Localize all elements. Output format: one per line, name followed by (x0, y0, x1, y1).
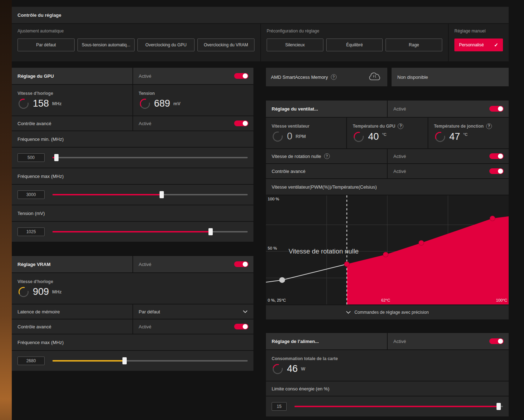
smart-access-memory-row: AMD SmartAccess Memory ? Non disponible (266, 68, 509, 86)
vram-freq-max-slider-handle[interactable] (122, 357, 127, 364)
gpu-temp-gauge-icon (353, 131, 365, 143)
manual-custom-button[interactable]: Personnalisé ✓ (454, 39, 503, 51)
fan-advanced-toggle[interactable] (489, 168, 504, 174)
gpu-temp-value: 40 (368, 131, 379, 142)
gpu-panel-title: Réglage du GPU (12, 73, 54, 79)
gpu-enabled-label: Activé (133, 73, 151, 79)
vram-enabled-toggle[interactable] (234, 261, 248, 267)
smart-access-memory-label: AMD SmartAccess Memory (271, 75, 328, 80)
power-panel-title: Réglage de l’alimen... (266, 339, 319, 344)
junction-temp-unit: °C (463, 132, 468, 137)
gpu-tuning-panel: Réglage du GPU Activé Vitesse d’horloge (12, 68, 253, 242)
gpu-voltage-slider-label-cell: Tension (mV) (12, 205, 253, 221)
tuning-control-panel: Contrôle du réglage Ajustement automatiq… (12, 7, 509, 61)
gpu-clock-gauge-icon (17, 98, 30, 110)
power-limit-slider-fill (294, 406, 499, 407)
help-icon[interactable]: ? (398, 123, 403, 129)
auto-tune-default-button[interactable]: Par défaut (17, 39, 75, 51)
gpu-freq-min-slider[interactable] (52, 157, 248, 158)
gpu-freq-min-slider-handle[interactable] (54, 154, 59, 161)
gpu-freq-min-input[interactable] (17, 153, 45, 162)
fan-panel-header: Réglage du ventilat... (266, 101, 387, 117)
preset-balanced-button[interactable]: Équilibré (326, 39, 383, 51)
gpu-advanced-toggle[interactable] (234, 121, 248, 126)
zero-rpm-toggle[interactable] (489, 153, 504, 159)
power-limit-input[interactable] (272, 402, 287, 411)
power-enabled-label: Activé (388, 339, 406, 344)
board-power-stat: Consommation totale de la carte 46 W (266, 350, 509, 381)
fine-tuning-expander[interactable]: Commandes de réglage avec précision (266, 305, 509, 319)
vram-advanced-toggle[interactable] (234, 324, 248, 329)
junction-temp-gauge-icon (434, 131, 446, 143)
gpu-freq-max-slider[interactable] (52, 194, 248, 195)
fan-curve-chart: Vitesse de rotation nulle100 %50 %0 %, 2… (266, 195, 509, 304)
gpu-freq-min-slider-row (12, 148, 253, 168)
chevron-down-icon (243, 310, 248, 313)
help-icon[interactable]: ? (331, 74, 337, 80)
vram-freq-max-slider-fill (52, 360, 125, 362)
vram-freq-max-label: Fréquence max (MHz) (12, 340, 64, 345)
board-power-gauge-icon (272, 363, 284, 375)
vram-tuning-panel: Réglage VRAM Activé Vitesse d’horloge (12, 256, 253, 371)
fan-advanced-label-cell: Contrôle avancé (266, 164, 387, 178)
fan-enabled-cell: Activé (388, 101, 509, 117)
gpu-voltage-input[interactable] (17, 227, 45, 236)
auto-overclock-gpu-button[interactable]: Overclocking du GPU (137, 39, 195, 51)
board-power-value: 46 (287, 363, 298, 374)
vram-advanced-state-cell: Activé (133, 319, 254, 334)
vram-freq-max-slider-row (12, 351, 253, 371)
vram-latency-value: Par défaut (133, 309, 160, 314)
gpu-advanced-state: Activé (133, 121, 151, 126)
svg-text:100 %: 100 % (268, 197, 279, 201)
gpu-enabled-cell: Activé (133, 68, 254, 84)
fan-enabled-toggle[interactable] (489, 106, 504, 112)
gpu-freq-max-slider-handle[interactable] (160, 191, 164, 198)
fan-curve-editor[interactable]: Vitesse de rotation nulle100 %50 %0 %, 2… (266, 195, 509, 304)
vram-freq-max-slider[interactable] (52, 360, 248, 362)
gpu-freq-max-slider-row (12, 185, 253, 205)
vram-latency-dropdown[interactable]: Par défaut (133, 304, 254, 319)
vram-latency-label: Latence de mémoire (12, 309, 60, 314)
vram-freq-max-input[interactable] (17, 357, 45, 365)
svg-text:0 %, 25°C: 0 %, 25°C (268, 298, 286, 302)
svg-text:100°C: 100°C (496, 298, 507, 302)
svg-text:50 %: 50 % (268, 246, 277, 250)
fan-panel-title: Réglage du ventilat... (266, 106, 318, 112)
gpu-clock-value: 158 (33, 98, 49, 109)
fan-advanced-label: Contrôle avancé (266, 169, 306, 174)
vram-clock-value: 909 (33, 286, 49, 297)
gpu-advanced-label: Contrôle avancé (12, 121, 51, 126)
power-limit-slider[interactable] (294, 406, 503, 407)
vram-clock-label: Vitesse d’horloge (17, 279, 248, 284)
vram-advanced-state: Activé (133, 324, 151, 329)
manual-tuning-group: Réglage manuel Personnalisé ✓ (448, 24, 509, 61)
preset-quiet-button[interactable]: Silencieux (267, 39, 323, 51)
junction-temp-stat: Température de jonction ? (428, 118, 509, 148)
vram-latency-label-cell: Latence de mémoire (12, 304, 132, 319)
gpu-clock-label: Vitesse d’horloge (17, 91, 127, 96)
board-power-label: Consommation totale de la carte (272, 356, 503, 361)
check-icon: ✓ (494, 42, 498, 48)
gpu-freq-max-label-cell: Fréquence max (MHz) (12, 168, 253, 184)
manual-tuning-label: Réglage manuel (454, 29, 503, 34)
fan-speed-label: Vitesse ventilateur (272, 124, 341, 129)
gpu-voltage-slider-handle[interactable] (208, 228, 213, 235)
gpu-enabled-toggle[interactable] (234, 73, 248, 79)
gpu-voltage-slider-fill (52, 231, 211, 232)
fan-speed-unit: RPM (296, 134, 306, 139)
power-limit-slider-row (266, 396, 509, 416)
gpu-temp-label: Température du GPU ? (353, 123, 422, 129)
zero-rpm-state: Activé (388, 154, 406, 159)
power-enabled-toggle[interactable] (489, 338, 504, 344)
help-icon[interactable]: ? (324, 153, 330, 159)
smart-access-memory-cell: AMD SmartAccess Memory ? (266, 68, 387, 86)
auto-overclock-vram-button[interactable]: Overclocking du VRAM (197, 39, 255, 51)
gpu-voltage-slider[interactable] (52, 231, 248, 232)
fine-tuning-expander-label: Commandes de réglage avec précision (354, 310, 429, 315)
power-limit-slider-handle[interactable] (497, 403, 501, 410)
gpu-freq-max-input[interactable] (17, 190, 45, 199)
auto-undervolt-gpu-button[interactable]: Sous-tension automatiq... (77, 39, 135, 51)
help-icon[interactable]: ? (486, 123, 492, 129)
vram-panel-header: Réglage VRAM (12, 256, 132, 272)
preset-rage-button[interactable]: Rage (386, 39, 442, 51)
